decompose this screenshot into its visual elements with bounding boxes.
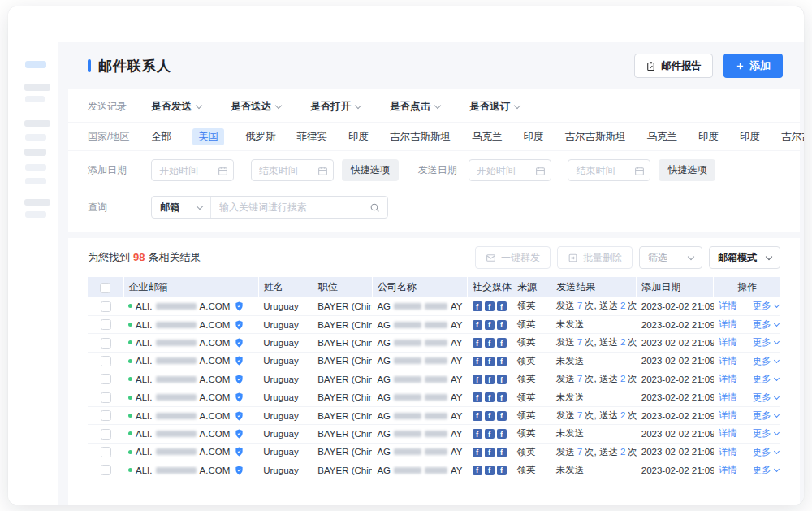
row-detail-link[interactable]: 详情 [719,428,737,438]
country-filter-item[interactable]: 印度 [348,130,369,144]
facebook-icon[interactable]: f [485,466,495,475]
row-checkbox[interactable] [101,374,111,384]
facebook-icon[interactable]: f [497,429,507,439]
row-more-link[interactable]: 更多 [745,373,779,385]
delivered-count: 2 [620,447,625,457]
keyword-search-input[interactable] [211,201,369,213]
send-date-end-input[interactable] [568,160,650,180]
row-more-link[interactable]: 更多 [745,336,779,349]
facebook-icon[interactable]: f [485,338,495,348]
country-filter-item[interactable]: 菲律宾 [297,130,328,144]
facebook-icon[interactable]: f [497,448,507,457]
facebook-icon[interactable]: f [485,448,495,457]
country-filter-item[interactable]: 乌克兰 [472,130,503,144]
row-more-link[interactable]: 更多 [745,464,779,476]
facebook-icon[interactable]: f [497,357,507,366]
row-checkbox[interactable] [101,319,111,330]
query-field-select[interactable]: 邮箱 [152,197,211,218]
row-detail-link[interactable]: 详情 [719,337,737,347]
facebook-icon[interactable]: f [485,411,495,421]
send-filter-dropdown[interactable]: 是否送达 [231,100,281,114]
filter-select[interactable]: 筛选 [639,246,702,269]
country-filter-item[interactable]: 印度 [698,130,719,144]
facebook-icon[interactable]: f [473,357,482,366]
mail-report-button[interactable]: 邮件报告 [634,54,713,78]
row-detail-link[interactable]: 详情 [719,356,737,366]
send-date-start-input[interactable] [469,160,551,180]
facebook-icon[interactable]: f [497,320,507,330]
row-checkbox[interactable] [101,301,111,312]
email-prefix: ALI. [136,375,152,384]
facebook-icon[interactable]: f [473,320,482,330]
facebook-icon[interactable]: f [473,429,482,439]
add-date-start-input[interactable] [152,160,233,180]
results-summary-row: 为您找到98条相关结果 一键群发 批量删除 筛选 [88,238,780,277]
row-checkbox[interactable] [101,447,111,457]
country-filter-item[interactable]: 印度 [524,130,544,144]
bulk-send-button[interactable]: 一键群发 [475,246,551,269]
row-detail-link[interactable]: 详情 [719,410,737,420]
facebook-icon[interactable]: f [485,392,495,402]
country-filter-item[interactable]: 俄罗斯 [245,130,276,144]
facebook-icon[interactable]: f [473,466,482,475]
row-detail-link[interactable]: 详情 [719,319,737,329]
bulk-delete-button[interactable]: 批量删除 [557,246,633,269]
row-detail-link[interactable]: 详情 [719,301,737,310]
country-filter-item[interactable]: 全部 [151,130,171,144]
facebook-icon[interactable]: f [497,375,507,384]
facebook-icon[interactable]: f [497,392,507,402]
send-filter-dropdown[interactable]: 是否点击 [390,100,440,114]
add-date-end-input[interactable] [252,160,333,180]
row-more-link[interactable]: 更多 [745,392,779,404]
facebook-icon[interactable]: f [485,375,495,384]
add-date-quick-options-button[interactable]: 快捷选项 [342,159,399,181]
send-date-quick-options-button[interactable]: 快捷选项 [659,159,715,181]
row-detail-link[interactable]: 详情 [719,465,737,474]
row-checkbox[interactable] [101,356,111,366]
sidebar-skeleton-item [25,164,46,171]
row-detail-link[interactable]: 详情 [719,374,737,383]
country-filter-item[interactable]: 乌克兰 [647,130,678,144]
row-checkbox[interactable] [101,429,111,440]
country-filter-item[interactable]: 美国 [192,128,224,145]
row-more-link[interactable]: 更多 [745,427,779,440]
row-more-link[interactable]: 更多 [745,446,779,458]
contact-name: Uruguay [263,429,298,439]
facebook-icon[interactable]: f [485,301,495,311]
facebook-icon[interactable]: f [473,448,482,457]
add-contact-button[interactable]: 添加 [723,54,783,78]
row-more-link[interactable]: 更多 [745,355,779,367]
send-filter-dropdown[interactable]: 是否发送 [151,100,201,114]
facebook-icon[interactable]: f [485,320,495,330]
select-all-checkbox[interactable] [100,283,110,293]
facebook-icon[interactable]: f [497,411,507,421]
facebook-icon[interactable]: f [497,338,507,348]
facebook-icon[interactable]: f [473,301,482,311]
row-more-link[interactable]: 更多 [745,409,779,422]
row-detail-link[interactable]: 详情 [719,392,737,402]
facebook-icon[interactable]: f [497,466,507,475]
facebook-icon[interactable]: f [497,301,507,311]
mailbox-mode-select[interactable]: 邮箱模式 [709,246,780,269]
facebook-icon[interactable]: f [473,375,482,384]
row-more-link[interactable]: 更多 [745,318,779,331]
country-filter-item[interactable]: 吉尔吉斯斯坦 [781,130,804,144]
row-checkbox[interactable] [101,392,111,403]
send-result-cell: 未发送 [551,388,637,406]
redacted-company-segment [425,376,447,383]
row-checkbox[interactable] [101,465,111,475]
facebook-icon[interactable]: f [485,429,495,439]
facebook-icon[interactable]: f [473,338,482,348]
row-checkbox[interactable] [101,338,111,349]
country-filter-item[interactable]: 印度 [740,130,760,144]
facebook-icon[interactable]: f [485,357,495,366]
send-filter-dropdown[interactable]: 是否打开 [310,100,361,114]
country-filter-item[interactable]: 吉尔吉斯斯坦 [390,130,451,144]
row-more-link[interactable]: 更多 [745,300,779,312]
row-detail-link[interactable]: 详情 [719,447,737,457]
send-filter-dropdown[interactable]: 是否退订 [469,100,520,114]
row-checkbox[interactable] [101,410,111,421]
facebook-icon[interactable]: f [473,392,482,402]
facebook-icon[interactable]: f [473,411,482,421]
country-filter-item[interactable]: 吉尔吉斯斯坦 [565,130,626,144]
